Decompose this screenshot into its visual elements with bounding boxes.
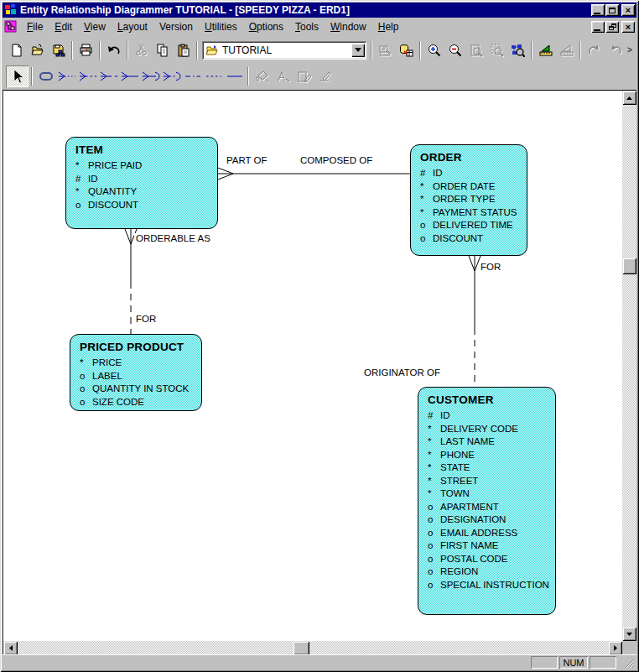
cut-button[interactable] bbox=[131, 40, 152, 60]
rel-many-arc-button[interactable] bbox=[140, 66, 161, 86]
rel-many-dotted-button[interactable] bbox=[56, 66, 77, 86]
relationship-label-originator-of[interactable]: ORIGINATOR OF bbox=[362, 367, 442, 378]
scroll-up-button[interactable] bbox=[622, 91, 636, 105]
relationship-label-for[interactable]: FOR bbox=[479, 262, 502, 272]
rel-dotted-button[interactable] bbox=[203, 66, 224, 86]
toolbar-overflow-chevron[interactable]: > bbox=[627, 45, 632, 55]
menu-item[interactable]: Layout bbox=[112, 19, 153, 34]
zoom-out-button[interactable] bbox=[444, 40, 465, 60]
vertical-scrollbar[interactable] bbox=[622, 91, 636, 641]
relationship-label-part-of[interactable]: PART OF bbox=[225, 155, 269, 165]
scroll-left-button[interactable] bbox=[3, 641, 18, 655]
resize-grip[interactable] bbox=[623, 657, 635, 669]
menu-item[interactable]: Help bbox=[372, 19, 405, 34]
copy-button[interactable] bbox=[152, 40, 173, 60]
tools-toolbar bbox=[3, 64, 636, 89]
open-button[interactable] bbox=[27, 40, 48, 60]
rel-solid-button[interactable] bbox=[224, 66, 245, 86]
layout-undo-button[interactable] bbox=[584, 40, 605, 60]
autolayout-area-button[interactable] bbox=[556, 40, 577, 60]
menu-item[interactable]: Tools bbox=[289, 19, 325, 34]
zoom-page-button[interactable] bbox=[465, 40, 486, 60]
print-button[interactable] bbox=[75, 40, 96, 60]
select-pointer-button[interactable] bbox=[6, 65, 29, 87]
scrollbar-corner bbox=[622, 641, 636, 655]
line-format-button[interactable] bbox=[314, 66, 335, 86]
font-format-button[interactable] bbox=[273, 66, 294, 86]
rel-many-arc-dotted-button[interactable] bbox=[161, 66, 182, 86]
entity-item[interactable]: ITEM *PRICE PAID#ID*QUANTITYoDISCOUNT bbox=[65, 137, 218, 229]
scroll-right-button[interactable] bbox=[608, 641, 622, 655]
menu-item[interactable]: Version bbox=[153, 19, 199, 34]
mdi-close-button[interactable]: × bbox=[621, 21, 635, 33]
menu-item[interactable]: File bbox=[21, 19, 49, 34]
undo-button[interactable] bbox=[103, 40, 124, 60]
menu-items: File Edit View Layout Version Utilities … bbox=[21, 19, 404, 34]
attribute-marker: * bbox=[428, 435, 440, 449]
zoom-selection-button[interactable] bbox=[486, 40, 507, 60]
diagram-canvas[interactable]: ITEM *PRICE PAID#ID*QUANTITYoDISCOUNT OR… bbox=[3, 91, 622, 641]
attribute-name: DELIVERED TIME bbox=[433, 219, 513, 232]
diagram-document-icon[interactable] bbox=[4, 20, 19, 34]
close-button[interactable]: × bbox=[621, 4, 635, 16]
new-document-icon bbox=[10, 44, 23, 57]
generate-database-button[interactable] bbox=[396, 40, 417, 60]
paste-button[interactable] bbox=[173, 40, 194, 60]
context-selector[interactable]: TUTORIAL bbox=[202, 41, 366, 60]
entity-tool-button[interactable] bbox=[35, 66, 56, 86]
vertical-scroll-thumb[interactable] bbox=[622, 258, 636, 274]
entity-attribute: *PAYMENT STATUS bbox=[420, 206, 522, 220]
rel-many-dash-button[interactable] bbox=[98, 66, 119, 86]
horizontal-scrollbar[interactable] bbox=[3, 641, 622, 655]
entity-title: ITEM bbox=[75, 143, 212, 156]
layout-redo-button[interactable] bbox=[605, 40, 626, 60]
entity-priced-product[interactable]: PRICED PRODUCT *PRICEoLABELoQUANTITY IN … bbox=[70, 334, 202, 411]
entity-customer[interactable]: CUSTOMER #ID*DELIVERY CODE*LAST NAME*PHO… bbox=[418, 387, 556, 615]
new-button[interactable] bbox=[6, 40, 27, 60]
entity-order[interactable]: ORDER #ID*ORDER DATE*ORDER TYPE*PAYMENT … bbox=[410, 144, 527, 256]
rel-dash-dot-button[interactable] bbox=[182, 66, 203, 86]
attribute-name: DESIGNATION bbox=[440, 513, 506, 527]
update-repository-button[interactable] bbox=[375, 40, 396, 60]
workspace: ITEM *PRICE PAID#ID*QUANTITYoDISCOUNT OR… bbox=[3, 90, 636, 655]
save-button[interactable] bbox=[48, 40, 69, 60]
arrow-down-icon bbox=[626, 633, 632, 636]
attribute-marker: o bbox=[428, 553, 440, 566]
rel-many-dash-icon bbox=[100, 70, 118, 82]
rel-many-dotted-2-button[interactable] bbox=[77, 66, 98, 86]
entity-attribute: oAPARTMENT bbox=[428, 501, 550, 514]
rel-many-solid-icon bbox=[121, 70, 139, 82]
attribute-name: QUANTITY IN STOCK bbox=[92, 383, 189, 396]
menu-item[interactable]: Window bbox=[325, 19, 372, 34]
relationship-label-for[interactable]: FOR bbox=[134, 314, 158, 324]
pen-format-button[interactable] bbox=[294, 66, 314, 86]
toolbar-separator bbox=[371, 41, 372, 60]
menu-item[interactable]: Utilities bbox=[199, 19, 243, 34]
arrow-up-icon bbox=[626, 96, 632, 100]
printer-icon bbox=[80, 44, 93, 57]
maximize-button[interactable] bbox=[605, 4, 619, 16]
rel-many-arc-icon bbox=[142, 70, 160, 82]
menu-item[interactable]: View bbox=[78, 19, 112, 34]
fill-format-button[interactable] bbox=[252, 66, 273, 86]
scroll-down-button[interactable] bbox=[622, 627, 636, 641]
horizontal-scroll-thumb[interactable] bbox=[293, 641, 309, 655]
paste-clipboard-icon bbox=[177, 44, 190, 57]
entity-title: ORDER bbox=[420, 151, 522, 164]
autolayout-button[interactable] bbox=[535, 40, 556, 60]
minimize-button[interactable] bbox=[591, 4, 605, 16]
mdi-restore-button[interactable] bbox=[605, 21, 619, 33]
dropdown-arrow-icon[interactable] bbox=[351, 44, 365, 57]
attribute-name: SPECIAL INSTRUCTION bbox=[440, 579, 549, 592]
zoom-overview-button[interactable] bbox=[507, 40, 528, 60]
rel-many-solid-button[interactable] bbox=[119, 66, 140, 86]
menu-item[interactable]: Options bbox=[243, 19, 289, 34]
open-folder-icon bbox=[31, 44, 44, 57]
relationship-label-composed-of[interactable]: COMPOSED OF bbox=[299, 155, 374, 165]
menu-item[interactable]: Edit bbox=[49, 19, 78, 34]
relationship-label-orderable-as[interactable]: ORDERABLE AS bbox=[134, 233, 212, 243]
zoom-in-button[interactable] bbox=[423, 40, 444, 60]
zoom-out-icon bbox=[449, 44, 462, 57]
attribute-name: SIZE CODE bbox=[92, 396, 144, 409]
mdi-minimize-button[interactable] bbox=[591, 21, 605, 33]
